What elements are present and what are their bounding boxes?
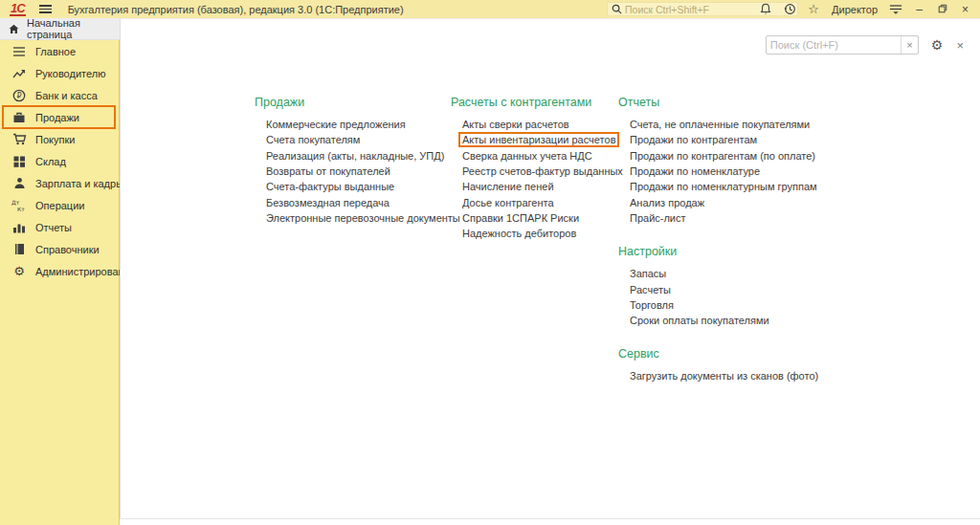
- sidebar-item-purchases[interactable]: Покупки: [0, 128, 119, 150]
- title-bar: 1С Бухгалтерия предприятия (базовая), ре…: [0, 0, 980, 18]
- cart-icon: [9, 133, 30, 145]
- sidebar-item-salary-hr[interactable]: Зарплата и кадры: [0, 172, 119, 194]
- history-icon[interactable]: [782, 2, 797, 17]
- app-window: 1С Бухгалтерия предприятия (базовая), ре…: [0, 0, 980, 525]
- minimize-button[interactable]: –: [912, 3, 926, 16]
- menu-item-row: Расчеты: [618, 281, 824, 296]
- main-menu-icon[interactable]: [39, 5, 52, 13]
- menu-link[interactable]: Продажи по контрагентам: [630, 134, 757, 145]
- menu-item-row: Продажи по контрагентам (по оплате): [618, 148, 824, 164]
- close-button[interactable]: ×: [958, 3, 972, 16]
- menu-link[interactable]: Счета, не оплаченные покупателями: [630, 119, 810, 130]
- favorites-star-icon[interactable]: ☆: [806, 2, 821, 17]
- global-search-input[interactable]: [625, 4, 778, 15]
- sidebar-item-label: Склад: [35, 156, 66, 167]
- menu-item-row: Продажи по номенклатурным группам: [618, 179, 824, 194]
- menu-column-sales: ПродажиКоммерческие предложенияСчета пок…: [255, 96, 446, 226]
- sidebar-item-label: Зарплата и кадры: [35, 178, 123, 189]
- sidebar-item-label: Справочники: [35, 244, 100, 255]
- menu-section-header[interactable]: Сервис: [618, 347, 824, 368]
- menu-link[interactable]: Коммерческие предложения: [266, 119, 406, 130]
- menu-link[interactable]: Запасы: [630, 268, 666, 279]
- sidebar-item-label: Покупки: [35, 134, 75, 145]
- sidebar-item-bank-cash[interactable]: ₽Банк и касса: [0, 84, 119, 106]
- current-user[interactable]: Директор: [832, 4, 878, 15]
- menu-link[interactable]: Продажи по номенклатуре: [630, 165, 760, 177]
- menu-link[interactable]: Продажи по номенклатурным группам: [630, 181, 817, 192]
- menu-link[interactable]: Загрузить документы из сканов (фото): [630, 370, 818, 382]
- panel-search-input[interactable]: [767, 39, 901, 51]
- menu-link[interactable]: Надежность дебиторов: [462, 228, 576, 239]
- menu-link[interactable]: Продажи по контрагентам (по оплате): [630, 150, 815, 162]
- menu-link[interactable]: Реализация (акты, накладные, УПД): [266, 150, 444, 162]
- menu-link[interactable]: Анализ продаж: [630, 197, 704, 208]
- menu-item-row: Реализация (акты, накладные, УПД): [255, 148, 446, 164]
- person-icon: [9, 177, 30, 189]
- restore-button[interactable]: [935, 3, 949, 16]
- sidebar-item-main[interactable]: Главное: [0, 40, 119, 62]
- menu-item-row: Счета, не оплаченные покупателями: [618, 117, 824, 132]
- menu-link[interactable]: Электронные перевозочные документы: [266, 212, 460, 224]
- menu-link[interactable]: Торговля: [630, 299, 674, 311]
- titlebar-icons: ☆ Директор – ×: [758, 0, 980, 18]
- menu-section-header[interactable]: Настройки: [618, 245, 824, 266]
- sidebar-item-reports[interactable]: Отчеты: [0, 216, 119, 238]
- panel-settings-gear-icon[interactable]: ⚙: [931, 38, 944, 52]
- sidebar-item-sales[interactable]: Продажи: [0, 106, 119, 128]
- menu-item-row: Надежность дебиторов: [451, 226, 618, 241]
- menu-item-row: Коммерческие предложения: [255, 117, 446, 132]
- menu-link[interactable]: Акты сверки расчетов: [462, 119, 569, 130]
- menu-link[interactable]: Прайс-лист: [630, 212, 686, 224]
- tab-home-page[interactable]: Начальная страница: [0, 18, 120, 39]
- menu-link[interactable]: Счета-фактуры выданные: [266, 181, 394, 192]
- menu-section: ПродажиКоммерческие предложенияСчета пок…: [255, 96, 446, 226]
- menu-item-row: Начисление пеней: [451, 179, 618, 194]
- menu-item-row: Акты инвентаризации расчетов: [451, 132, 618, 147]
- ruble-circle-icon: ₽: [9, 89, 30, 102]
- sidebar-item-warehouse[interactable]: Склад: [0, 150, 119, 172]
- menu-link[interactable]: Акты инвентаризации расчетов: [458, 132, 619, 147]
- menu-link[interactable]: Счета покупателям: [266, 134, 360, 145]
- menu-link[interactable]: Возвраты от покупателей: [266, 165, 390, 177]
- sidebar-item-label: Руководителю: [35, 68, 105, 79]
- menu-link[interactable]: Расчеты: [630, 284, 671, 295]
- sidebar-item-label: Отчеты: [35, 222, 72, 233]
- notifications-bell-icon[interactable]: [758, 2, 773, 17]
- sidebar-item-directories[interactable]: Справочники: [0, 238, 119, 260]
- menu-item-row: Прайс-лист: [618, 210, 824, 226]
- menu-item-row: Счета-фактуры выданные: [255, 179, 446, 194]
- briefcase-icon: [9, 111, 30, 123]
- sidebar-item-label: Банк и касса: [35, 90, 98, 101]
- grid-icon: [9, 156, 30, 167]
- panel-search-clear-icon[interactable]: ×: [901, 36, 918, 54]
- menu-link[interactable]: Досье контрагента: [462, 197, 554, 208]
- menu-link[interactable]: Сроки оплаты покупателями: [630, 315, 769, 326]
- menu-link[interactable]: Безвозмездная передача: [266, 197, 390, 208]
- menu-column-reports: ОтчетыСчета, не оплаченные покупателямиП…: [618, 96, 824, 384]
- menu-section-header[interactable]: Отчеты: [618, 96, 824, 117]
- gear-icon: ⚙: [9, 265, 30, 277]
- app-title: Бухгалтерия предприятия (базовая), редак…: [68, 4, 404, 15]
- service-menu-icon[interactable]: [888, 2, 903, 17]
- sidebar-item-administration[interactable]: ⚙Администрирование: [0, 260, 119, 282]
- panel-close-icon[interactable]: ×: [956, 38, 964, 53]
- menu-section-header[interactable]: Расчеты с контрагентами: [451, 96, 618, 117]
- 1c-logo: 1С: [10, 3, 26, 16]
- menu-item-row: Продажи по контрагентам: [618, 132, 824, 147]
- menu-item-row: Акты сверки расчетов: [451, 117, 618, 132]
- sidebar-item-operations[interactable]: ДтКтОперации: [0, 194, 119, 216]
- menu-link[interactable]: Начисление пеней: [462, 181, 554, 192]
- menu-section: НастройкиЗапасыРасчетыТорговляСроки опла…: [618, 245, 824, 328]
- menu-link[interactable]: Реестр счетов-фактур выданных: [462, 165, 623, 177]
- menu-link[interactable]: Сверка данных учета НДС: [462, 150, 592, 162]
- menu-item-row: Сроки оплаты покупателями: [618, 313, 824, 328]
- sidebar-item-label: Операции: [35, 200, 84, 211]
- menu-link[interactable]: Справки 1СПАРК Риски: [462, 212, 579, 224]
- sidebar-item-label: Продажи: [35, 112, 79, 123]
- panel-toolbar: × ⚙ ×: [766, 35, 964, 55]
- menu-section-header[interactable]: Продажи: [255, 96, 446, 117]
- trend-arrow-icon: [9, 68, 30, 79]
- sidebar-item-manager[interactable]: Руководителю: [0, 62, 119, 84]
- sidebar-item-label: Главное: [35, 46, 76, 57]
- menu-item-row: Безвозмездная передача: [255, 194, 446, 209]
